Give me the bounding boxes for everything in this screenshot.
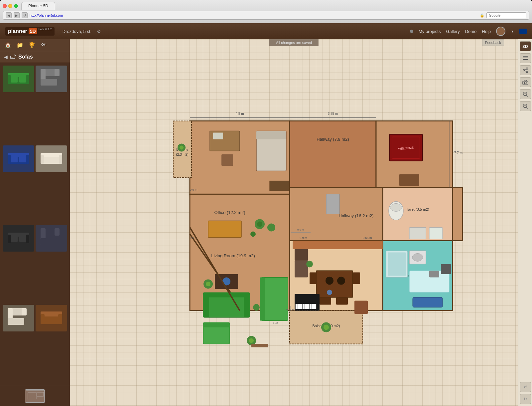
svg-rect-113 [298, 304, 300, 309]
demo-link[interactable]: Demo [465, 29, 477, 34]
logo: planner 5D beta 0.7.2 [5, 27, 55, 36]
svg-point-132 [412, 253, 423, 261]
back-arrow-icon[interactable]: ◀ [4, 54, 8, 60]
sofa-item-black[interactable] [3, 225, 34, 252]
svg-rect-103 [310, 272, 317, 284]
svg-rect-29 [55, 228, 60, 236]
logo-beta: beta 0.7.2 [39, 28, 52, 31]
svg-rect-121 [293, 241, 383, 249]
folder-icon[interactable]: 📁 [16, 42, 24, 48]
svg-rect-155 [523, 56, 528, 57]
svg-rect-115 [303, 304, 305, 309]
floor-plan-thumbnail[interactable] [25, 389, 45, 403]
svg-rect-76 [256, 131, 286, 139]
svg-rect-19 [59, 155, 62, 164]
svg-text:Toilet (3.5 m2): Toilet (3.5 m2) [406, 207, 430, 211]
svg-point-122 [306, 261, 313, 267]
sofa-category-icon: 🛋 [10, 54, 16, 60]
close-button[interactable] [3, 4, 7, 8]
svg-line-161 [524, 69, 526, 70]
url-input[interactable] [30, 13, 478, 17]
redo-button[interactable]: ↻ [520, 394, 531, 404]
svg-rect-28 [41, 238, 57, 245]
sofa-item-brown[interactable] [36, 305, 67, 331]
sofa-item-black-l[interactable] [36, 225, 67, 252]
sofa-item-white-l[interactable] [3, 305, 34, 331]
logo-text: planner [8, 28, 27, 34]
svg-point-82 [250, 231, 256, 237]
browser-tab[interactable]: Planner 5D [21, 2, 55, 10]
list-view-button[interactable] [520, 53, 531, 63]
svg-rect-90 [260, 277, 265, 320]
svg-rect-9 [55, 69, 60, 76]
svg-rect-126 [399, 174, 419, 186]
svg-text:Office (12.2 m2): Office (12.2 m2) [214, 210, 245, 215]
help-link[interactable]: Help [482, 29, 491, 34]
svg-text:3.85 m: 3.85 m [328, 112, 338, 115]
search-input[interactable] [486, 12, 526, 18]
zoom-out-button[interactable] [520, 101, 531, 111]
svg-text:0.45 m: 0.45 m [286, 308, 295, 311]
security-icon: 🔒 [480, 13, 484, 18]
settings-icon[interactable]: ⚙ [97, 29, 101, 34]
refresh-button[interactable]: ↺ [22, 12, 28, 18]
forward-nav-button[interactable]: ▶ [14, 12, 20, 18]
sidebar-bottom [0, 386, 70, 406]
svg-rect-25 [19, 236, 26, 242]
sofa-item-blue[interactable] [3, 145, 34, 172]
svg-point-164 [524, 82, 526, 84]
svg-rect-104 [353, 272, 360, 284]
home-icon[interactable]: 🏠 [4, 42, 12, 48]
category-title: Sofas [18, 54, 33, 60]
eye-icon[interactable]: 👁 [40, 42, 48, 48]
top-navigation: planner 5D beta 0.7.2 Drozdova, 5 st. ⚙ … [0, 23, 532, 39]
user-avatar[interactable] [496, 27, 505, 36]
svg-text:4.8 m: 4.8 m [236, 112, 244, 115]
minimize-button[interactable] [8, 4, 12, 8]
zoom-in-button[interactable] [520, 89, 531, 99]
maximize-button[interactable] [14, 4, 18, 8]
svg-rect-22 [8, 235, 11, 243]
svg-rect-3 [26, 75, 29, 84]
svg-rect-40 [37, 392, 44, 396]
svg-rect-15 [19, 156, 26, 162]
svg-point-79 [257, 221, 262, 227]
svg-rect-156 [523, 58, 528, 58]
svg-point-95 [253, 304, 260, 310]
sofa-item-white[interactable] [36, 145, 67, 172]
svg-rect-86 [244, 294, 250, 317]
category-header: ◀ 🛋 Sofas [0, 51, 70, 63]
svg-rect-116 [305, 304, 307, 309]
svg-rect-138 [429, 271, 439, 277]
svg-rect-24 [11, 236, 18, 242]
gallery-link[interactable]: Gallery [446, 29, 460, 34]
undo-button[interactable]: ↺ [520, 382, 531, 392]
canvas-area[interactable]: Feedback All changes are saved [70, 39, 518, 406]
svg-point-159 [523, 70, 524, 71]
language-flag[interactable] [519, 29, 527, 34]
svg-rect-99 [316, 271, 353, 297]
svg-text:Hallway (16.2 m2): Hallway (16.2 m2) [339, 213, 374, 218]
trophy-icon[interactable]: 🏆 [28, 42, 36, 48]
dropdown-icon[interactable]: ▼ [511, 30, 514, 33]
svg-rect-33 [22, 308, 27, 315]
back-nav-button[interactable]: ◀ [6, 12, 12, 18]
camera-button[interactable] [520, 77, 531, 87]
my-projects-link[interactable]: My projects [419, 29, 441, 34]
share-button[interactable] [520, 65, 531, 75]
svg-rect-140 [429, 227, 443, 239]
window-controls [3, 4, 18, 8]
sofa-item-gray-l[interactable] [36, 66, 67, 92]
sofa-item-green[interactable] [3, 66, 34, 92]
svg-rect-137 [441, 264, 451, 274]
svg-rect-12 [8, 155, 11, 164]
svg-point-100 [326, 277, 333, 285]
sofa-grid [0, 63, 70, 386]
svg-rect-42 [290, 121, 376, 187]
view-3d-button[interactable]: 3D [520, 41, 531, 51]
svg-rect-127 [326, 194, 339, 214]
svg-rect-83 [203, 294, 250, 317]
feedback-button[interactable]: Feedback [482, 39, 504, 46]
svg-text:Hallway (7.9 m2): Hallway (7.9 m2) [317, 137, 349, 142]
svg-rect-5 [19, 77, 26, 83]
